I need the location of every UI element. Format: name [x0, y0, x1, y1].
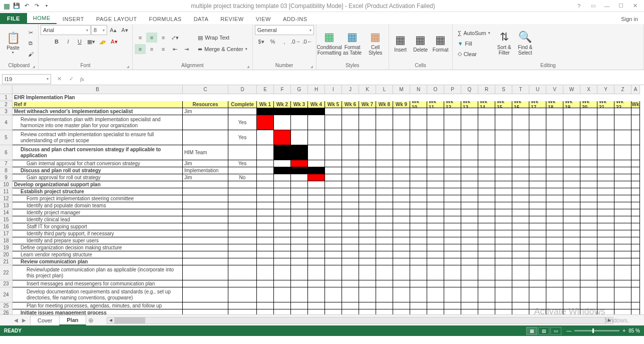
- zoom-level[interactable]: 85 %: [628, 328, 640, 333]
- underline-button[interactable]: U: [74, 37, 85, 47]
- qat-customize-icon[interactable]: ▾: [42, 2, 51, 11]
- align-center-icon[interactable]: ≡: [146, 44, 157, 54]
- hscroll-track[interactable]: [115, 317, 605, 324]
- zoom-slider[interactable]: [574, 330, 619, 331]
- zoom-in-button[interactable]: +: [622, 328, 625, 333]
- maximize-icon[interactable]: ☐: [615, 1, 627, 11]
- signin-link[interactable]: Sign in: [615, 14, 644, 24]
- help-icon[interactable]: ?: [573, 1, 585, 11]
- tab-home[interactable]: HOME: [27, 13, 57, 24]
- paste-button[interactable]: 📋Paste▾: [2, 27, 24, 60]
- number-format-select[interactable]: General▾: [255, 25, 314, 35]
- redo-icon[interactable]: ↷: [32, 2, 41, 11]
- wrap-text-button[interactable]: ▤Wrap Text: [195, 33, 250, 43]
- format-as-table-button[interactable]: ▦Format as Table: [342, 27, 364, 60]
- merge-center-button[interactable]: ⬌Merge & Center▾: [195, 44, 250, 54]
- tab-insert[interactable]: INSERT: [57, 14, 90, 24]
- minimize-icon[interactable]: —: [601, 1, 613, 11]
- align-left-icon[interactable]: ≡: [135, 44, 146, 54]
- italic-button[interactable]: I: [63, 37, 74, 47]
- excel-icon: ▦: [2, 2, 11, 11]
- sort-filter-button[interactable]: ⇅Sort & Filter: [494, 27, 514, 60]
- cells[interactable]: EHR Implementation PlanRef #ResourcesCom…: [13, 94, 640, 314]
- fill-color-button[interactable]: ◢▾: [97, 37, 108, 47]
- name-box[interactable]: I19▾: [2, 74, 51, 84]
- font-size-select[interactable]: 8▾: [91, 25, 107, 35]
- status-bar: READY ▦ ▤ ▭ — + 85 %: [0, 325, 644, 336]
- sheet-tab-cover[interactable]: Cover: [30, 315, 60, 325]
- add-sheet-button[interactable]: ⊕: [86, 316, 97, 324]
- font-color-button[interactable]: A▾: [109, 37, 120, 47]
- page-break-view-button[interactable]: ▭: [550, 327, 561, 335]
- orientation-icon[interactable]: ⤢▾: [169, 33, 180, 43]
- insert-cells-button[interactable]: ▦Insert: [391, 27, 410, 60]
- tab-page-layout[interactable]: PAGE LAYOUT: [90, 14, 143, 24]
- cell-styles-button[interactable]: ▦Cell Styles: [365, 27, 387, 60]
- undo-icon[interactable]: ↶: [22, 2, 31, 11]
- comma-format-icon[interactable]: ,: [279, 37, 290, 47]
- zoom-control: — + 85 %: [566, 328, 640, 333]
- find-select-button[interactable]: 🔍Find & Select: [515, 27, 535, 60]
- group-cells: ▦Insert ▦Delete ▦Format Cells: [389, 24, 453, 70]
- fx-icon[interactable]: fx: [77, 76, 87, 82]
- save-icon[interactable]: 💾: [12, 2, 21, 11]
- increase-decimal-icon[interactable]: .0→: [290, 37, 301, 47]
- conditional-formatting-button[interactable]: ▦Conditional Formatting: [318, 27, 341, 60]
- increase-indent-icon[interactable]: ⇥: [181, 44, 192, 54]
- row-headers[interactable]: 1234567891011121314151617181920212223242…: [0, 94, 13, 314]
- decrease-indent-icon[interactable]: ⇤: [169, 44, 180, 54]
- autosum-button[interactable]: ∑AutoSum▾: [455, 28, 493, 38]
- clear-button[interactable]: ◇Clear: [455, 49, 493, 59]
- bold-button[interactable]: B: [51, 37, 62, 47]
- sheet-nav[interactable]: ◀▶: [10, 317, 30, 323]
- decrease-font-icon[interactable]: A▾: [119, 25, 130, 35]
- sheet-tab-bar: ◀▶ Cover Plan ⊕ ◀ ▶: [0, 314, 644, 325]
- quick-access-toolbar: ▦ 💾 ↶ ↷ ▾: [0, 2, 53, 11]
- zoom-out-button[interactable]: —: [566, 328, 571, 333]
- select-all-button[interactable]: [0, 85, 13, 94]
- align-middle-icon[interactable]: ≡: [146, 33, 157, 43]
- tab-data[interactable]: DATA: [188, 14, 215, 24]
- formula-input[interactable]: [87, 74, 644, 84]
- group-font: Arial▾ 8▾ A▴ A▾ B I U ▦▾ ◢▾ A▾ Font: [39, 24, 133, 70]
- align-right-icon[interactable]: ≡: [158, 44, 169, 54]
- hscroll-thumb[interactable]: [115, 317, 145, 323]
- status-ready: READY: [4, 328, 22, 333]
- increase-font-icon[interactable]: A▴: [108, 25, 119, 35]
- tab-formulas[interactable]: FORMULAS: [143, 14, 188, 24]
- accounting-format-icon[interactable]: $▾: [256, 37, 267, 47]
- format-painter-icon[interactable]: 🖌: [25, 49, 36, 59]
- tab-addins[interactable]: ADD-INS: [277, 14, 313, 24]
- copy-icon[interactable]: ⧉: [25, 39, 36, 49]
- window-title: multiple project tracking template 03 [C…: [53, 3, 573, 10]
- enter-formula-icon[interactable]: ✓: [65, 76, 77, 82]
- fill-button[interactable]: ▼Fill: [455, 39, 493, 49]
- close-icon[interactable]: ✕: [629, 1, 641, 11]
- delete-cells-button[interactable]: ▦Delete: [411, 27, 430, 60]
- align-bottom-icon[interactable]: ≡: [158, 33, 169, 43]
- sheet-tab-plan[interactable]: Plan: [59, 315, 86, 325]
- window-controls: ? ▭ — ☐ ✕: [573, 1, 644, 11]
- cut-icon[interactable]: ✂: [25, 28, 36, 38]
- decrease-decimal-icon[interactable]: .0←: [302, 37, 313, 47]
- column-headers[interactable]: BCDEFGHIJKLMNOPQRSTUVWXYZA: [13, 85, 640, 94]
- format-cells-button[interactable]: ▦Format: [431, 27, 450, 60]
- group-styles: ▦Conditional Formatting ▦Format as Table…: [316, 24, 389, 70]
- hscroll-left[interactable]: ◀: [107, 317, 115, 324]
- percent-format-icon[interactable]: %: [267, 37, 278, 47]
- group-alignment: ≡ ≡ ≡ ⤢▾ ≡ ≡ ≡ ⇤ ⇥ ▤Wrap Text ⬌Merge & C…: [133, 24, 253, 70]
- ribbon-options-icon[interactable]: ▭: [587, 1, 599, 11]
- view-buttons: ▦ ▤ ▭: [526, 327, 561, 335]
- tab-view[interactable]: VIEW: [250, 14, 277, 24]
- normal-view-button[interactable]: ▦: [526, 327, 537, 335]
- hscroll-right[interactable]: ▶: [605, 317, 613, 324]
- font-name-select[interactable]: Arial▾: [41, 25, 91, 35]
- worksheet-grid: BCDEFGHIJKLMNOPQRSTUVWXYZA 1234567891011…: [0, 85, 644, 314]
- page-layout-view-button[interactable]: ▤: [538, 327, 549, 335]
- border-button[interactable]: ▦▾: [86, 37, 97, 47]
- tab-file[interactable]: FILE: [0, 13, 27, 24]
- align-top-icon[interactable]: ≡: [135, 33, 146, 43]
- cancel-formula-icon[interactable]: ✕: [53, 76, 65, 82]
- tab-review[interactable]: REVIEW: [214, 14, 249, 24]
- group-editing: ∑AutoSum▾ ▼Fill ◇Clear ⇅Sort & Filter 🔍F…: [453, 24, 644, 70]
